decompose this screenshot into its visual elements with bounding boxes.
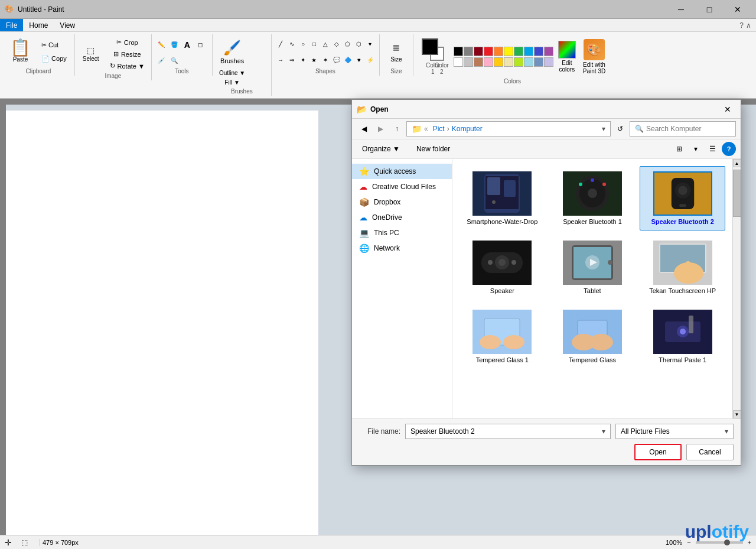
file-thumbnail-smartphone xyxy=(472,171,532,216)
dialog-close-button[interactable]: ✕ xyxy=(719,102,736,116)
address-dropdown[interactable]: ▾ xyxy=(602,125,605,133)
sidebar-this-pc[interactable]: 💻 This PC xyxy=(352,225,452,241)
sidebar-creative-cloud[interactable]: ☁ Creative Cloud Files xyxy=(352,179,452,194)
filename-label: File name: xyxy=(359,427,400,436)
file-name-speaker1: Speaker Bluetooth 1 xyxy=(563,218,622,225)
scroll-thumb[interactable] xyxy=(733,170,741,217)
dropbox-label: Dropbox xyxy=(374,198,400,206)
scroll-up-arrow[interactable]: ▲ xyxy=(733,159,741,167)
forward-button[interactable]: ▶ xyxy=(373,122,387,136)
dialog-title: Open xyxy=(370,105,719,113)
scroll-down-arrow[interactable]: ▼ xyxy=(733,410,741,418)
file-name-thermal: Thermal Paste 1 xyxy=(659,356,706,363)
view-dropdown[interactable]: ▾ xyxy=(689,142,703,156)
onedrive-label: OneDrive xyxy=(372,213,402,222)
file-item-speaker[interactable]: Speaker xyxy=(460,235,545,300)
organize-button[interactable]: Organize ▼ xyxy=(357,142,405,155)
search-input[interactable] xyxy=(646,125,723,133)
main-app: 🎨 Untitled - Paint ─ □ ✕ File Home View … xyxy=(0,0,756,549)
svg-point-11 xyxy=(602,183,606,186)
svg-point-27 xyxy=(608,260,612,265)
svg-point-38 xyxy=(503,335,524,349)
file-name-tablet: Tablet xyxy=(584,287,601,294)
back-button[interactable]: ◀ xyxy=(357,122,371,136)
open-dialog: 📂 Open ✕ ◀ ▶ ↑ 📁 « Pict › Komputer ▾ ↺ xyxy=(351,99,741,466)
file-thumbnail-thermal xyxy=(653,310,712,354)
view-large-icons[interactable]: ⊞ xyxy=(672,142,686,156)
file-name-smartphone: Smartphone-Water-Drop xyxy=(467,218,537,225)
svg-point-23 xyxy=(511,260,516,265)
breadcrumb-pict[interactable]: Pict xyxy=(433,125,445,133)
refresh-button[interactable]: ↺ xyxy=(613,122,627,136)
svg-rect-3 xyxy=(487,177,500,195)
file-item-tekan[interactable]: Tekan Touchscreen HP xyxy=(640,235,725,300)
dropbox-icon: 📦 xyxy=(359,197,369,207)
dialog-body: ⭐ Quick access ☁ Creative Cloud Files 📦 … xyxy=(352,159,741,418)
dialog-icon: 📂 xyxy=(357,105,367,114)
file-item-tempered1[interactable]: Tempered Glass 1 xyxy=(460,304,545,369)
dialog-toolbar: ◀ ▶ ↑ 📁 « Pict › Komputer ▾ ↺ 🔍 xyxy=(352,119,741,139)
file-item-speaker2[interactable]: Speaker Bluetooth 2 xyxy=(640,166,725,230)
svg-rect-4 xyxy=(504,180,516,197)
file-item-thermal[interactable]: Thermal Paste 1 xyxy=(640,304,725,369)
svg-rect-34 xyxy=(686,261,690,276)
file-grid-container[interactable]: Smartphone-Water-Drop xyxy=(452,159,732,418)
cancel-button[interactable]: Cancel xyxy=(686,444,734,460)
new-folder-button[interactable]: New folder xyxy=(410,142,457,155)
help-button[interactable]: ? xyxy=(722,142,736,156)
quick-access-icon: ⭐ xyxy=(359,167,369,176)
dialog-scrollbar[interactable]: ▲ ▼ xyxy=(732,159,741,418)
svg-point-46 xyxy=(680,329,686,334)
file-item-speaker1[interactable]: Speaker Bluetooth 1 xyxy=(550,166,636,230)
svg-point-37 xyxy=(480,335,501,349)
scroll-track[interactable] xyxy=(733,167,741,410)
filename-row: File name: Speaker Bluetooth 2 ▾ All Pic… xyxy=(359,424,734,439)
sidebar-network[interactable]: 🌐 Network xyxy=(352,241,452,256)
dialog-title-bar: 📂 Open ✕ xyxy=(352,100,741,119)
svg-point-5 xyxy=(492,200,496,204)
this-pc-icon: 💻 xyxy=(359,228,369,238)
network-icon: 🌐 xyxy=(359,243,369,253)
file-grid: Smartphone-Water-Drop xyxy=(457,164,728,371)
file-thumbnail-tempered2 xyxy=(563,310,622,354)
file-item-tablet[interactable]: Tablet xyxy=(550,235,636,300)
filename-dropdown[interactable]: ▾ xyxy=(602,427,605,436)
sidebar-dropbox[interactable]: 📦 Dropbox xyxy=(352,194,452,210)
file-thumbnail-tablet xyxy=(563,241,622,285)
file-thumbnail-tempered1 xyxy=(472,310,532,354)
file-item-smartphone[interactable]: Smartphone-Water-Drop xyxy=(460,166,545,230)
svg-point-22 xyxy=(488,260,493,265)
address-bar[interactable]: 📁 « Pict › Komputer ▾ xyxy=(406,121,611,137)
this-pc-label: This PC xyxy=(374,229,399,237)
filename-input[interactable]: Speaker Bluetooth 2 ▾ xyxy=(405,424,611,439)
breadcrumb-komputer[interactable]: Komputer xyxy=(452,125,483,133)
filetype-input[interactable]: All Picture Files ▾ xyxy=(615,424,734,439)
sidebar-onedrive[interactable]: ☁ OneDrive xyxy=(352,210,452,225)
file-thumbnail-speaker1 xyxy=(563,171,622,216)
file-thumbnail-speaker xyxy=(472,241,532,285)
svg-point-9 xyxy=(588,189,597,198)
file-thumbnail-tekan xyxy=(653,241,712,285)
file-name-tekan: Tekan Touchscreen HP xyxy=(649,287,716,294)
file-name-tempered2: Tempered Glass xyxy=(569,356,616,363)
creative-cloud-icon: ☁ xyxy=(359,182,367,191)
dialog-toolbar2: Organize ▼ New folder ⊞ ▾ ☰ ? xyxy=(352,139,741,159)
filetype-dropdown[interactable]: ▾ xyxy=(725,427,728,436)
toolbar2-right: ⊞ ▾ ☰ ? xyxy=(672,142,736,156)
svg-point-21 xyxy=(498,259,506,266)
onedrive-icon: ☁ xyxy=(359,213,367,222)
file-name-speaker: Speaker xyxy=(490,287,514,294)
up-button[interactable]: ↑ xyxy=(390,122,404,136)
footer-buttons: Open Cancel xyxy=(359,444,734,460)
filename-text: Speaker Bluetooth 2 xyxy=(410,427,599,436)
svg-point-12 xyxy=(591,178,594,182)
network-label: Network xyxy=(374,244,400,252)
view-details[interactable]: ☰ xyxy=(705,142,719,156)
filetype-text: All Picture Files xyxy=(621,427,722,436)
sidebar-quick-access[interactable]: ⭐ Quick access xyxy=(352,164,452,179)
open-button[interactable]: Open xyxy=(634,444,682,460)
svg-point-16 xyxy=(678,186,687,195)
search-box[interactable]: 🔍 xyxy=(630,121,736,137)
creative-cloud-label: Creative Cloud Files xyxy=(372,183,436,191)
file-item-tempered2[interactable]: Tempered Glass xyxy=(550,304,636,369)
